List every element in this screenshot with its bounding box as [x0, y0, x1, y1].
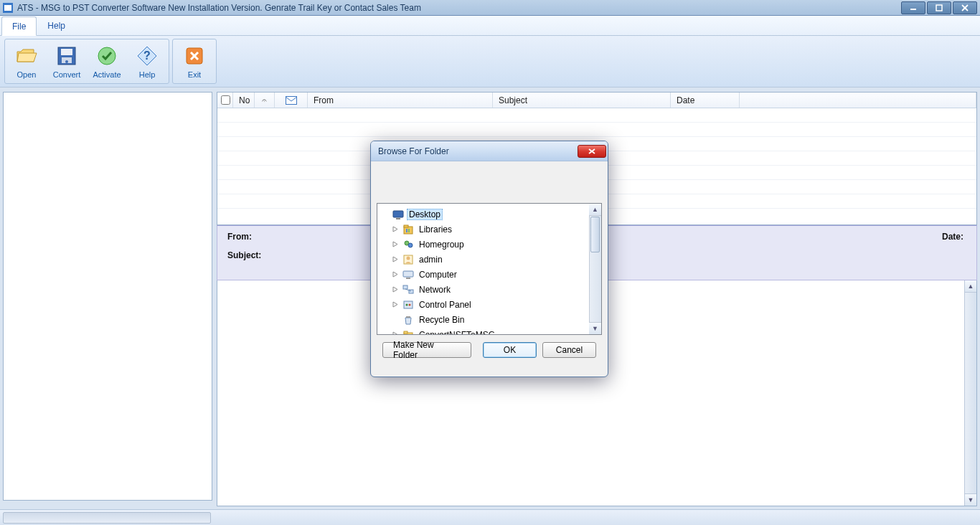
- tree-scroll-thumb[interactable]: [590, 217, 600, 252]
- expander-icon[interactable]: [392, 225, 400, 233]
- toolbar-group-main: Open Convert Activate ? Help: [4, 39, 169, 84]
- col-subject-label: Subject: [499, 95, 527, 105]
- close-button[interactable]: [953, 1, 977, 14]
- dialog-body: DesktopLibrariesHomegroupadminComputerNe…: [371, 161, 608, 364]
- subject-label: Subject:: [227, 250, 261, 260]
- activate-button[interactable]: Activate: [87, 41, 127, 82]
- help-diamond-icon: ?: [136, 44, 159, 67]
- expander-icon[interactable]: [392, 240, 400, 248]
- grid-col-date[interactable]: Date: [671, 93, 740, 108]
- tree-node-label: Desktop: [407, 209, 443, 220]
- tree-node-network[interactable]: Network: [379, 282, 600, 297]
- grid-col-subject[interactable]: Subject: [493, 93, 671, 108]
- window-titlebar: ATS - MSG to PST Converter Software New …: [0, 0, 980, 16]
- tree-node-label: Control Panel: [417, 299, 473, 311]
- browse-folder-dialog: Browse For Folder DesktopLibrariesHomegr…: [370, 141, 608, 377]
- app-icon: [3, 3, 13, 13]
- help-button[interactable]: ? Help: [127, 41, 167, 82]
- tree-node-control-panel[interactable]: Control Panel: [379, 297, 600, 312]
- folder-open-icon: [15, 44, 38, 67]
- help-label: Help: [139, 70, 156, 79]
- svg-point-25: [408, 243, 413, 247]
- col-no-label: No: [239, 95, 250, 105]
- menu-bar: File Help: [0, 16, 980, 36]
- svg-point-27: [407, 256, 410, 260]
- tree-node-libraries[interactable]: Libraries: [379, 222, 600, 237]
- open-button[interactable]: Open: [6, 41, 47, 82]
- folder-icon: [402, 329, 414, 336]
- grid-col-envelope[interactable]: [275, 93, 308, 108]
- grid-col-attachment[interactable]: 𝄐: [255, 93, 275, 108]
- grid-col-spacer: [740, 93, 976, 108]
- toolbar-group-exit: Exit: [172, 39, 217, 84]
- convert-button[interactable]: Convert: [47, 41, 87, 82]
- scroll-down-icon[interactable]: ▼: [965, 493, 976, 506]
- open-label: Open: [17, 70, 37, 79]
- preview-scrollbar[interactable]: ▲ ▼: [964, 280, 976, 506]
- expander-icon: [382, 210, 390, 218]
- scroll-up-icon[interactable]: ▲: [965, 280, 976, 293]
- controlpanel-icon: [402, 299, 414, 311]
- tree-scroll-up-icon[interactable]: ▲: [589, 204, 601, 216]
- grid-row[interactable]: [217, 123, 976, 137]
- exit-button[interactable]: Exit: [174, 41, 215, 82]
- grid-col-checkbox[interactable]: [217, 93, 233, 108]
- date-label: Date:: [942, 232, 963, 242]
- dialog-close-button[interactable]: [578, 145, 606, 158]
- svg-rect-33: [404, 301, 413, 308]
- expander-icon[interactable]: [392, 270, 400, 278]
- tree-scroll-down-icon[interactable]: ▼: [589, 322, 601, 334]
- make-new-folder-button[interactable]: Make New Folder: [382, 342, 471, 358]
- select-all-checkbox[interactable]: [221, 95, 230, 105]
- network-icon: [402, 284, 414, 295]
- from-label: From:: [227, 232, 252, 242]
- disk-save-icon: [55, 44, 78, 67]
- folder-tree-panel[interactable]: [3, 92, 212, 501]
- check-circle-icon: [95, 44, 118, 67]
- ok-label: OK: [504, 345, 516, 355]
- status-slot: [3, 512, 211, 524]
- svg-text:?: ?: [143, 49, 151, 62]
- svg-rect-18: [393, 211, 403, 217]
- activate-label: Activate: [93, 70, 121, 79]
- recycle-icon: [402, 314, 414, 326]
- menu-help[interactable]: Help: [37, 16, 76, 35]
- expander-icon[interactable]: [392, 255, 400, 263]
- grid-col-no[interactable]: No: [233, 93, 255, 108]
- folder-tree[interactable]: DesktopLibrariesHomegroupadminComputerNe…: [377, 203, 602, 335]
- ok-button[interactable]: OK: [483, 342, 537, 358]
- dialog-title: Browse For Folder: [378, 146, 578, 156]
- tree-node-label: Network: [417, 284, 453, 295]
- status-bar: [0, 509, 980, 525]
- convert-label: Convert: [53, 70, 81, 79]
- minimize-button[interactable]: [901, 1, 925, 14]
- tree-node-admin[interactable]: admin: [379, 252, 600, 267]
- menu-file[interactable]: File: [1, 16, 37, 36]
- col-from-label: From: [314, 95, 334, 105]
- svg-rect-30: [403, 285, 407, 289]
- make-new-folder-label: Make New Folder: [393, 340, 461, 360]
- svg-point-34: [406, 303, 408, 306]
- menu-help-label: Help: [47, 21, 65, 31]
- expander-icon[interactable]: [392, 285, 400, 293]
- tree-node-convertnsftomsg[interactable]: ConvertNSFToMSG: [379, 327, 600, 335]
- tree-node-desktop[interactable]: Desktop: [379, 207, 600, 222]
- expander-icon[interactable]: [392, 331, 400, 335]
- tree-node-recycle-bin[interactable]: Recycle Bin: [379, 312, 600, 327]
- expander-icon[interactable]: [392, 301, 400, 308]
- grid-row[interactable]: [217, 108, 976, 123]
- libraries-icon: [402, 224, 414, 235]
- svg-line-4: [962, 5, 968, 11]
- maximize-button[interactable]: [927, 1, 951, 14]
- tree-node-label: admin: [417, 254, 445, 265]
- tree-node-label: Homegroup: [417, 239, 466, 250]
- tree-node-homegroup[interactable]: Homegroup: [379, 237, 600, 252]
- desktop-icon: [392, 209, 404, 220]
- col-date-label: Date: [677, 95, 694, 105]
- cancel-button[interactable]: Cancel: [542, 342, 596, 358]
- tree-node-computer[interactable]: Computer: [379, 267, 600, 282]
- grid-col-from[interactable]: From: [308, 93, 493, 108]
- window-title: ATS - MSG to PST Converter Software New …: [17, 3, 900, 13]
- dialog-titlebar[interactable]: Browse For Folder: [371, 141, 608, 161]
- svg-rect-38: [404, 331, 407, 334]
